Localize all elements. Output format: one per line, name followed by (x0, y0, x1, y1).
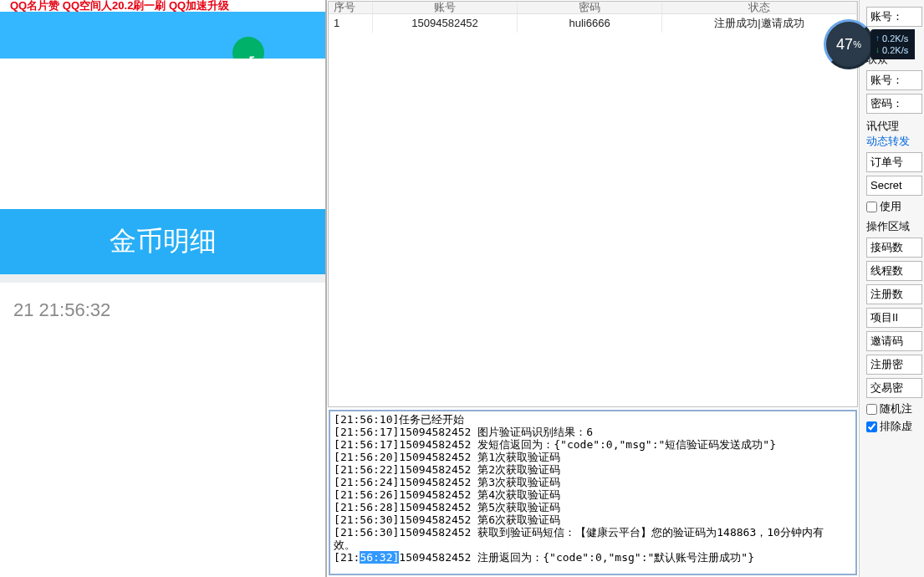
dynamic-forward-link[interactable]: 动态转发 (866, 134, 922, 149)
use-checkbox-label: 使用 (880, 199, 901, 214)
order-field[interactable]: 订单号 (866, 152, 922, 172)
log-line: 效。 (334, 539, 852, 551)
arrow-up-icon: ↑ (876, 33, 880, 44)
random-register-checkbox[interactable] (866, 404, 877, 415)
log-line: [21:56:28]15094582452 第5次获取验证码 (334, 501, 852, 513)
account2-field[interactable]: 账号： (866, 70, 922, 90)
log-line: [21:56:24]15094582452 第3次获取验证码 (334, 476, 852, 488)
exclude-checkbox[interactable] (866, 421, 877, 432)
password-field[interactable]: 密码： (866, 94, 922, 114)
log-line: [21:56:10]任务已经开始 (334, 413, 852, 426)
trade-pwd-field[interactable]: 交易密 (866, 378, 922, 398)
preview-body: 金币明细 21 21:56:32 (0, 59, 325, 577)
invite-code-field[interactable]: 邀请码 (866, 331, 922, 351)
app-marquee: QQ名片赞 QQ空间人20.2刷一刷 QQ加速升级 (0, 0, 325, 12)
net-speed-up-row: ↑ 0.2K/s (876, 33, 908, 44)
table-row[interactable]: 1 15094582452 huli6666 注册成功|邀请成功 (329, 14, 857, 33)
ops-area-label: 操作区域 (866, 219, 922, 234)
cpu-usage-gauge[interactable]: 47% (824, 19, 874, 69)
proxy-label: 讯代理 (866, 119, 922, 134)
preview-top-blue-bar: ↖ (0, 12, 325, 59)
exclude-row[interactable]: 排除虚 (866, 419, 922, 434)
use-checkbox-row[interactable]: 使用 (866, 199, 922, 214)
register-pwd-field[interactable]: 注册密 (866, 355, 922, 375)
preview-timestamp: 21 21:56:32 (13, 296, 312, 324)
preview-white-card (0, 59, 325, 209)
exclude-label: 排除虚 (880, 419, 912, 434)
project-id-field[interactable]: 项目II (866, 308, 922, 328)
log-line-selected: [21:56:32]15094582452 注册返回为：{"code":0,"m… (334, 551, 852, 564)
network-overlay[interactable]: 47% ↑ 0.2K/s ↓ 0.2K/s (824, 20, 924, 69)
coin-detail-label: 金币明细 (110, 223, 217, 260)
arrow-down-icon: ↓ (876, 44, 880, 56)
table-header-row: 序号 账号 密码 状态 (329, 2, 857, 14)
cpu-usage-suffix: % (853, 39, 861, 49)
log-ts-prefix: [21: (334, 551, 360, 564)
recv-count-field[interactable]: 接码数 (866, 237, 922, 258)
random-register-row[interactable]: 随机注 (866, 401, 922, 416)
log-line: [21:56:30]15094582452 第6次获取验证码 (334, 513, 852, 526)
cell-account: 15094582452 (373, 14, 518, 33)
col-header-status: 状态 (662, 2, 857, 13)
coin-detail-bar[interactable]: 金币明细 (0, 209, 325, 274)
device-preview-pane: QQ名片赞 QQ空间人20.2刷一刷 QQ加速升级 ↖ 金币明细 21 21:5… (0, 0, 327, 577)
col-header-password: 密码 (518, 2, 662, 13)
cpu-usage-value: 47 (836, 36, 853, 54)
register-count-field[interactable]: 注册数 (866, 284, 922, 304)
random-register-label: 随机注 (880, 401, 912, 416)
col-header-index: 序号 (329, 2, 373, 13)
cell-index: 1 (329, 14, 373, 33)
preview-bottom-card (0, 401, 325, 577)
accounts-table[interactable]: 序号 账号 密码 状态 1 15094582452 huli6666 注册成功|… (328, 1, 858, 407)
log-tail: 15094582452 注册返回为：{"code":0,"msg":"默认账号注… (399, 551, 754, 564)
log-line: [21:56:20]15094582452 第1次获取验证码 (334, 451, 852, 463)
net-speed-down-row: ↓ 0.2K/s (876, 44, 908, 56)
secret-field[interactable]: Secret (866, 176, 922, 196)
log-line: [21:56:26]15094582452 第4次获取验证码 (334, 488, 852, 501)
use-checkbox[interactable] (866, 202, 877, 212)
thread-count-field[interactable]: 线程数 (866, 261, 922, 281)
log-line: [21:56:22]15094582452 第2次获取验证码 (334, 463, 852, 476)
net-speed-box: ↑ 0.2K/s ↓ 0.2K/s (870, 29, 915, 59)
log-line: [21:56:17]15094582452 图片验证码识别结果：6 (334, 426, 852, 438)
log-ts-selection: 56:32] (360, 551, 399, 564)
app-root: QQ名片赞 QQ空间人20.2刷一刷 QQ加速升级 ↖ 金币明细 21 21:5… (0, 0, 924, 577)
cell-password: huli6666 (518, 14, 662, 33)
col-header-account: 账号 (373, 2, 518, 13)
settings-pane: 账号： 打码平台 联众 账号： 密码： 讯代理 动态转发 订单号 Secret … (860, 0, 924, 577)
net-download-speed: 0.2K/s (882, 44, 908, 56)
main-pane: 序号 账号 密码 状态 1 15094582452 huli6666 注册成功|… (327, 0, 860, 577)
preview-info-card: 21 21:56:32 (0, 283, 325, 418)
log-line: [21:56:17]15094582452 发短信返回为：{"code":0,"… (334, 438, 852, 451)
net-upload-speed: 0.2K/s (882, 33, 908, 44)
log-panel[interactable]: [21:56:10]任务已经开始 [21:56:17]15094582452 图… (329, 410, 857, 575)
log-line: [21:56:30]15094582452 获取到验证码短信：【健康云平台】您的… (334, 526, 852, 539)
